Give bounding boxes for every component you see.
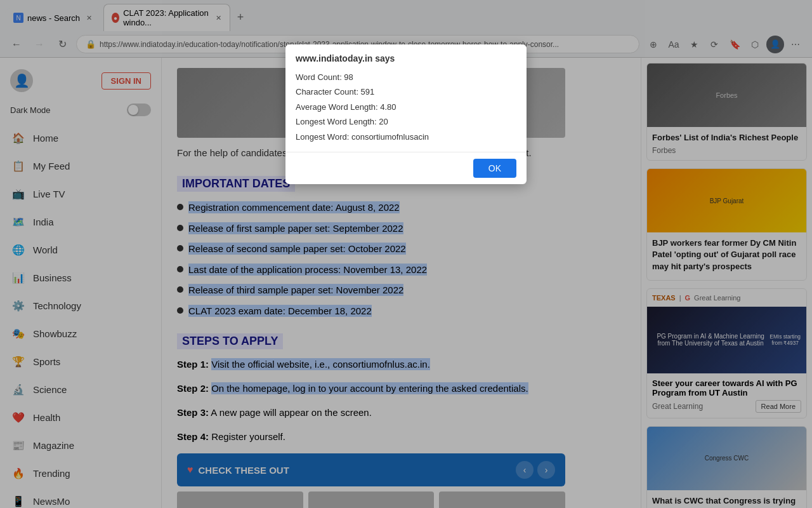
dialog-stat-3: Average Word Length: 4.80 [296, 100, 516, 114]
dialog-ok-button[interactable]: OK [473, 159, 516, 178]
dialog-site: www.indiatoday.in says [296, 53, 516, 64]
dialog-stat-4: Longest Word Length: 20 [296, 114, 516, 129]
dialog-footer: OK [285, 152, 527, 184]
dialog-stat-5: Longest Word: consortiumofnlusacin [296, 130, 516, 144]
dialog-overlay: www.indiatoday.in says Word Count: 98 Ch… [0, 0, 812, 508]
dialog-stat-2: Character Count: 591 [296, 84, 516, 99]
dialog-box: www.indiatoday.in says Word Count: 98 Ch… [285, 44, 527, 184]
dialog-content: Word Count: 98 Character Count: 591 Aver… [285, 70, 527, 152]
dialog-stat-1: Word Count: 98 [296, 70, 516, 84]
dialog-header: www.indiatoday.in says [285, 44, 527, 64]
